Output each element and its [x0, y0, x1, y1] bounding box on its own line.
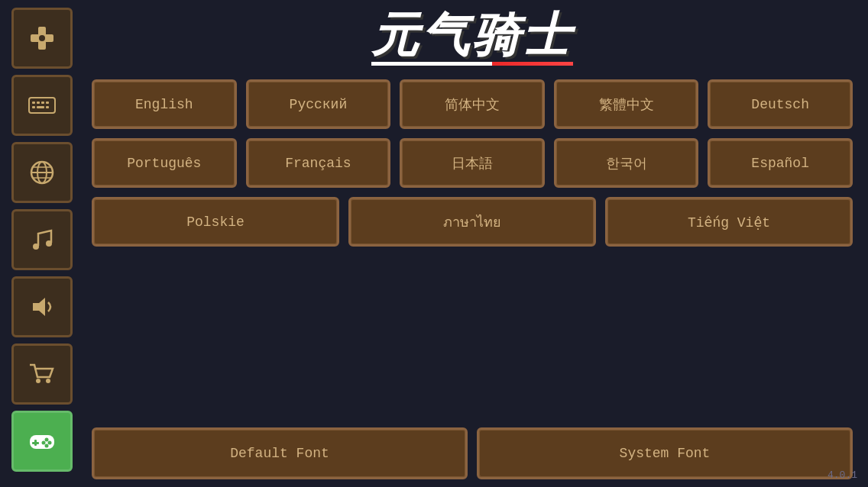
- sidebar-item-keyboard[interactable]: [11, 75, 73, 136]
- lang-btn-french[interactable]: Français: [246, 138, 391, 188]
- sidebar: [0, 0, 84, 487]
- sound-icon: [27, 292, 57, 322]
- logo-text: 元气骑士: [371, 11, 573, 59]
- sidebar-item-controller[interactable]: [11, 411, 73, 472]
- svg-rect-3: [29, 98, 55, 113]
- svg-point-16: [33, 244, 39, 250]
- sidebar-item-cart[interactable]: [11, 343, 73, 405]
- svg-rect-4: [32, 102, 35, 104]
- lang-btn-polish[interactable]: Polskie: [92, 197, 339, 247]
- controller-icon: [27, 426, 57, 456]
- svg-rect-5: [37, 102, 40, 104]
- lang-btn-thai[interactable]: ภาษาไทย: [348, 197, 596, 247]
- keyboard-icon: [27, 90, 57, 121]
- svg-point-24: [45, 438, 49, 442]
- svg-point-17: [46, 240, 52, 247]
- default-font-button[interactable]: Default Font: [92, 427, 468, 479]
- svg-rect-23: [32, 442, 39, 444]
- logo-container: 元气骑士: [371, 11, 573, 66]
- svg-marker-18: [33, 298, 45, 316]
- cart-icon: [27, 359, 57, 389]
- svg-rect-9: [37, 106, 44, 108]
- lang-btn-japanese[interactable]: 日本語: [400, 138, 545, 188]
- svg-point-26: [42, 441, 46, 445]
- lang-btn-deutsch[interactable]: Deutsch: [708, 79, 853, 129]
- lang-btn-russian[interactable]: Русский: [246, 79, 391, 129]
- logo-underline: [371, 62, 573, 66]
- language-grid: English Русский 简体中文 繁體中文 Deutsch Portug…: [92, 79, 853, 424]
- font-row: Default Font System Font: [92, 427, 853, 479]
- dpad-icon: [27, 23, 57, 53]
- sidebar-item-music[interactable]: [11, 209, 73, 270]
- svg-rect-7: [46, 102, 49, 104]
- logo-area: 元气骑士: [92, 11, 853, 66]
- system-font-button[interactable]: System Font: [477, 427, 853, 479]
- lang-btn-simplified-chinese[interactable]: 简体中文: [400, 79, 545, 129]
- svg-rect-10: [46, 106, 49, 108]
- lang-btn-spanish[interactable]: Español: [708, 138, 853, 188]
- language-row-2: Português Français 日本語 한국어 Español: [92, 138, 853, 188]
- sidebar-item-sound[interactable]: [11, 276, 73, 337]
- lang-btn-traditional-chinese[interactable]: 繁體中文: [554, 79, 699, 129]
- language-row-1: English Русский 简体中文 繁體中文 Deutsch: [92, 79, 853, 129]
- svg-point-25: [48, 441, 52, 445]
- version-label: 4.0.1: [828, 469, 857, 481]
- music-icon: [27, 224, 57, 255]
- sidebar-item-gamepad[interactable]: [11, 8, 73, 69]
- globe-icon: [27, 157, 57, 188]
- svg-point-2: [39, 35, 45, 41]
- svg-rect-8: [32, 106, 35, 108]
- main-content: 元气骑士 English Русский 简体中文 繁體中文 Deutsch P…: [84, 0, 868, 487]
- svg-point-19: [36, 379, 40, 383]
- language-row-3: Polskie ภาษาไทย Tiếng Việt: [92, 197, 853, 247]
- lang-btn-portuguese[interactable]: Português: [92, 138, 237, 188]
- svg-point-20: [46, 379, 50, 383]
- lang-btn-vietnamese[interactable]: Tiếng Việt: [605, 197, 853, 247]
- lang-btn-english[interactable]: English: [92, 79, 237, 129]
- svg-point-27: [45, 444, 49, 448]
- sidebar-item-globe[interactable]: [11, 142, 73, 203]
- svg-rect-6: [41, 102, 44, 104]
- lang-btn-korean[interactable]: 한국어: [554, 138, 699, 188]
